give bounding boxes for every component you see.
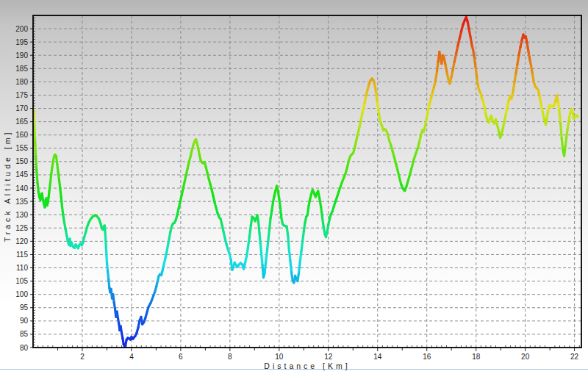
svg-text:85: 85 bbox=[20, 330, 29, 338]
track-line bbox=[34, 18, 578, 347]
svg-text:6: 6 bbox=[179, 353, 183, 361]
svg-text:135: 135 bbox=[15, 198, 28, 206]
svg-text:90: 90 bbox=[20, 317, 29, 325]
svg-text:8: 8 bbox=[228, 353, 232, 361]
svg-text:185: 185 bbox=[15, 65, 28, 73]
svg-text:160: 160 bbox=[15, 131, 28, 139]
svg-text:155: 155 bbox=[15, 144, 28, 152]
svg-text:130: 130 bbox=[15, 211, 28, 219]
svg-text:95: 95 bbox=[20, 303, 29, 312]
svg-text:150: 150 bbox=[15, 157, 28, 165]
x-tick-labels: 246810121416182022 bbox=[80, 353, 578, 361]
svg-text:80: 80 bbox=[20, 344, 29, 352]
svg-text:200: 200 bbox=[15, 25, 28, 33]
svg-text:4: 4 bbox=[129, 353, 134, 361]
svg-text:2: 2 bbox=[80, 353, 85, 361]
axis-ticks bbox=[30, 18, 579, 351]
svg-text:145: 145 bbox=[15, 170, 28, 179]
svg-text:110: 110 bbox=[16, 264, 28, 272]
svg-text:190: 190 bbox=[15, 51, 28, 60]
plot-frame bbox=[33, 15, 581, 348]
svg-text:20: 20 bbox=[521, 353, 530, 361]
svg-text:105: 105 bbox=[15, 277, 28, 285]
svg-text:10: 10 bbox=[275, 353, 284, 361]
svg-text:115: 115 bbox=[16, 251, 28, 259]
altitude-profile-chart: 8085909510010511011512012513013514014515… bbox=[0, 0, 588, 374]
svg-text:140: 140 bbox=[15, 184, 28, 193]
svg-text:16: 16 bbox=[423, 353, 431, 361]
plot-area: 8085909510010511011512012513013514014515… bbox=[0, 0, 588, 374]
svg-text:125: 125 bbox=[15, 224, 28, 232]
y-tick-labels: 8085909510010511011512012513013514014515… bbox=[15, 25, 28, 352]
svg-text:22: 22 bbox=[570, 353, 579, 361]
svg-text:195: 195 bbox=[15, 38, 28, 46]
svg-text:100: 100 bbox=[15, 290, 28, 298]
svg-text:120: 120 bbox=[15, 237, 28, 245]
window-bottom-edge bbox=[0, 369, 588, 370]
svg-text:12: 12 bbox=[324, 353, 333, 361]
y-axis-title: Track Altitude [m] bbox=[3, 61, 12, 311]
svg-text:180: 180 bbox=[15, 78, 28, 86]
svg-text:170: 170 bbox=[15, 104, 28, 112]
svg-text:18: 18 bbox=[472, 353, 481, 361]
svg-text:165: 165 bbox=[15, 118, 28, 126]
grid-lines bbox=[33, 15, 581, 348]
svg-text:14: 14 bbox=[373, 353, 382, 361]
svg-text:175: 175 bbox=[15, 91, 28, 99]
